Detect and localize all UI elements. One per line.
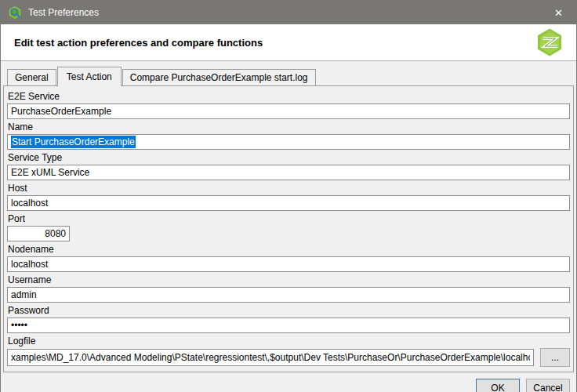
brand-logo-icon	[534, 27, 565, 58]
browse-button[interactable]: ...	[540, 348, 570, 367]
nodename-field[interactable]	[7, 256, 570, 272]
host-field[interactable]	[7, 195, 570, 211]
service-type-field[interactable]	[7, 165, 570, 180]
port-field[interactable]	[7, 226, 70, 241]
username-label: Username	[8, 274, 569, 285]
app-icon	[8, 5, 22, 20]
port-label: Port	[8, 213, 569, 224]
tab-general[interactable]: General	[7, 69, 56, 85]
name-label: Name	[8, 122, 569, 132]
tab-test-action[interactable]: Test Action	[57, 67, 122, 86]
footer: OK Cancel	[1, 372, 576, 392]
test-action-panel: E2E Service Name Start PurchaseOrderExam…	[3, 85, 574, 372]
name-selected-text: Start PurchaseOrderExample	[11, 136, 136, 148]
tabstrip: General Test Action Compare PurchaseOrde…	[1, 61, 576, 85]
close-icon[interactable]: ✕	[541, 1, 576, 24]
test-preferences-dialog: Test Preferences ✕ Edit test action pref…	[0, 0, 577, 392]
page-title: Edit test action preferences and compare…	[14, 37, 263, 49]
username-field[interactable]	[7, 287, 570, 303]
logfile-row: ...	[7, 348, 570, 367]
host-label: Host	[8, 183, 569, 194]
window-title: Test Preferences	[28, 7, 99, 18]
e2e-service-label: E2E Service	[8, 91, 569, 102]
tab-compare-log[interactable]: Compare PurchaseOrderExample start.log	[122, 69, 316, 85]
service-type-label: Service Type	[8, 152, 569, 163]
password-field[interactable]	[7, 318, 570, 333]
password-label: Password	[8, 305, 569, 316]
header: Edit test action preferences and compare…	[1, 24, 576, 61]
e2e-service-field[interactable]	[7, 103, 570, 119]
name-field[interactable]: Start PurchaseOrderExample	[7, 134, 570, 150]
titlebar: Test Preferences ✕	[1, 1, 576, 24]
logfile-label: Logfile	[8, 336, 569, 347]
nodename-label: Nodename	[8, 244, 569, 255]
logfile-field[interactable]	[7, 349, 534, 366]
ok-button[interactable]: OK	[476, 379, 520, 392]
cancel-button[interactable]: Cancel	[526, 379, 570, 392]
